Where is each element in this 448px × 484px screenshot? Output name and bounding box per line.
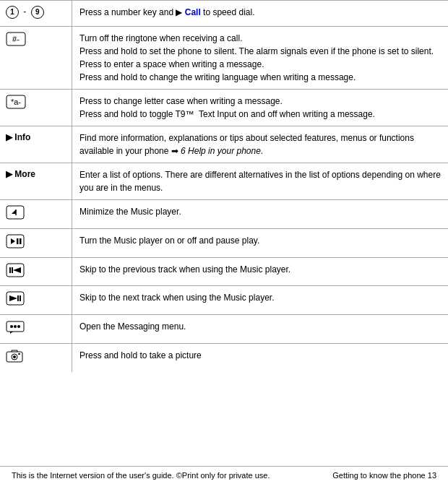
call-text: Call <box>185 7 201 17</box>
table-row: #- Turn off the ringtone when receiving … <box>0 27 448 90</box>
footer: This is the Internet version of the user… <box>0 466 448 484</box>
desc-cell: Turn the Music player on or off and paus… <box>72 229 448 257</box>
svg-text:#-: #- <box>12 35 20 43</box>
desc-cell: Press to change letter case when writing… <box>72 90 448 126</box>
desc-cell: Minimize the Music player. <box>72 200 448 228</box>
icon-cell: ▶ More <box>0 163 72 199</box>
svg-rect-12 <box>9 267 11 273</box>
messaging-icon <box>6 320 25 338</box>
shortcut-table: 1 - 9 Press a number key and ▶ Call to s… <box>0 0 448 466</box>
svg-rect-14 <box>12 267 13 273</box>
table-row: Skip to the next track when using the Mu… <box>0 286 448 315</box>
desc-cell: Open the Messaging menu. <box>72 315 448 343</box>
table-row: 1 - 9 Press a number key and ▶ Call to s… <box>0 1 448 27</box>
play-pause-icon <box>6 234 25 252</box>
italic-ref: 6 Help in your phone <box>181 146 261 156</box>
icon-cell: *a- <box>0 90 72 126</box>
svg-text:*a-: *a- <box>11 98 21 106</box>
desc-cell: Find more information, explanations or t… <box>72 126 448 163</box>
svg-point-22 <box>17 325 20 328</box>
icon-cell <box>0 200 72 228</box>
icon-cell: 1 - 9 <box>0 1 72 26</box>
icon-cell <box>0 344 72 372</box>
info-label: ▶ Info <box>6 131 30 144</box>
svg-point-21 <box>14 325 17 328</box>
icon-cell <box>0 258 72 286</box>
table-row: Press and hold to take a picture <box>0 344 448 372</box>
svg-rect-27 <box>18 353 20 355</box>
icon-cell <box>0 315 72 343</box>
minimize-svg-icon <box>6 205 25 220</box>
table-row: ▶ Info Find more information, explanatio… <box>0 126 448 163</box>
prev-track-icon <box>6 263 25 281</box>
svg-rect-18 <box>17 295 19 301</box>
icon-cell: ▶ Info <box>0 126 72 163</box>
icon-cell <box>0 286 72 314</box>
svg-marker-5 <box>12 209 16 214</box>
next-track-icon <box>6 291 25 309</box>
svg-rect-10 <box>20 238 22 244</box>
desc-cell: Enter a list of options. There are diffe… <box>72 163 448 199</box>
camera-icon <box>6 349 23 367</box>
svg-rect-16 <box>20 295 21 301</box>
svg-marker-17 <box>9 295 17 301</box>
table-row: Skip to the previous track when using th… <box>0 258 448 287</box>
key-1-icon: 1 <box>6 6 19 19</box>
footer-right: Getting to know the phone 13 <box>332 471 436 480</box>
icon-cell <box>0 229 72 257</box>
svg-marker-13 <box>13 267 21 273</box>
minimize-music-icon <box>6 205 25 223</box>
prev-svg-icon <box>6 263 25 277</box>
svg-point-20 <box>10 325 13 328</box>
desc-cell: Press and hold to take a picture <box>72 344 448 372</box>
desc-cell: Turn off the ringtone when receiving a c… <box>72 27 448 89</box>
key-1-9-icon: 1 - 9 <box>6 6 44 19</box>
msg-svg-icon <box>6 320 25 334</box>
star-key-icon: *a- <box>6 95 26 113</box>
desc-cell: Press a number key and ▶ Call to speed d… <box>72 1 448 26</box>
table-row: *a- Press to change letter case when wri… <box>0 90 448 126</box>
table-row: Minimize the Music player. <box>0 200 448 229</box>
playpause-svg-icon <box>6 234 25 249</box>
table-row: ▶ More Enter a list of options. There ar… <box>0 163 448 200</box>
desc-cell: Skip to the previous track when using th… <box>72 258 448 286</box>
page: 1 - 9 Press a number key and ▶ Call to s… <box>0 0 448 484</box>
more-label: ▶ More <box>6 168 35 181</box>
svg-point-26 <box>13 355 16 358</box>
table-row: Turn the Music player on or off and paus… <box>0 229 448 258</box>
key-9-icon: 9 <box>31 6 44 19</box>
svg-rect-9 <box>17 238 19 244</box>
footer-row: This is the Internet version of the user… <box>6 470 442 481</box>
desc-cell: Skip to the next track when using the Mu… <box>72 286 448 314</box>
camera-svg-icon <box>6 349 23 363</box>
hash-svg-icon: #- <box>6 32 26 46</box>
hash-key-icon: #- <box>6 32 26 50</box>
next-svg-icon <box>6 291 25 306</box>
table-row: Open the Messaging menu. <box>0 315 448 344</box>
footer-left: This is the Internet version of the user… <box>12 471 270 480</box>
svg-marker-8 <box>11 238 15 244</box>
star-svg-icon: *a- <box>6 95 26 109</box>
icon-cell: #- <box>0 27 72 89</box>
